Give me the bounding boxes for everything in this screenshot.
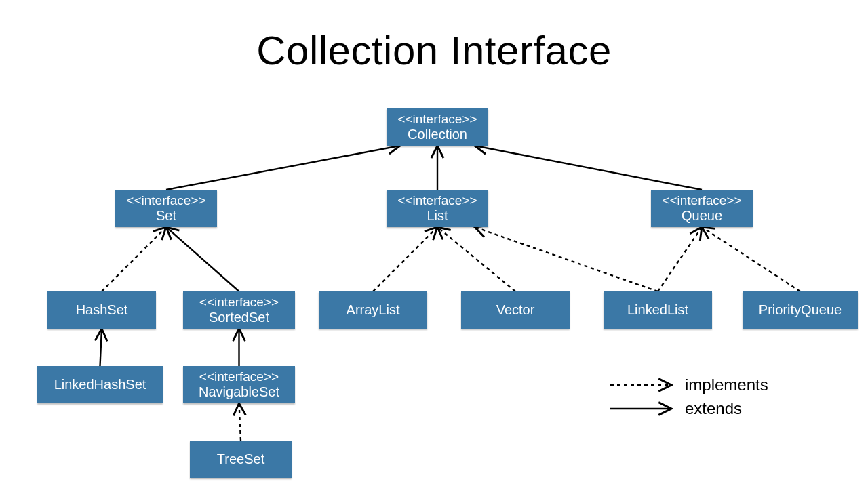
node-queue: <<interface>>Queue xyxy=(651,190,753,227)
node-label: Vector xyxy=(496,302,535,318)
edge-priorityqueue-queue xyxy=(702,227,800,291)
edge-linkedlist-list xyxy=(475,227,658,291)
node-label: SortedSet xyxy=(209,310,269,325)
node-vector: Vector xyxy=(461,291,570,329)
legend-extends: extends xyxy=(685,399,742,418)
node-list: <<interface>>List xyxy=(387,190,488,227)
stereotype-label: <<interface>> xyxy=(397,193,477,208)
stereotype-label: <<interface>> xyxy=(397,112,477,127)
diagram-title: Collection Interface xyxy=(0,27,868,74)
node-label: Queue xyxy=(682,208,722,224)
edge-treeset-navigableset xyxy=(239,403,241,441)
node-collection: <<interface>>Collection xyxy=(387,108,488,146)
edge-arraylist-list xyxy=(373,227,437,291)
node-label: TreeSet xyxy=(217,451,264,467)
stereotype-label: <<interface>> xyxy=(199,369,279,384)
node-label: Set xyxy=(156,208,176,224)
node-label: PriorityQueue xyxy=(759,302,842,318)
stereotype-label: <<interface>> xyxy=(126,193,205,208)
stereotype-label: <<interface>> xyxy=(199,295,279,310)
node-arraylist: ArrayList xyxy=(319,291,427,329)
node-priorityqueue: PriorityQueue xyxy=(743,291,858,329)
legend-implements: implements xyxy=(685,375,768,394)
node-label: LinkedHashSet xyxy=(54,377,146,392)
edge-queue-collection xyxy=(475,146,702,190)
node-label: LinkedList xyxy=(627,302,688,318)
node-hashset: HashSet xyxy=(47,291,156,329)
node-label: NavigableSet xyxy=(199,384,279,400)
node-navigableset: <<interface>>NavigableSet xyxy=(183,366,295,403)
node-sortedset: <<interface>>SortedSet xyxy=(183,291,295,329)
edge-sortedset-set xyxy=(166,227,239,291)
stereotype-label: <<interface>> xyxy=(662,193,741,208)
node-label: List xyxy=(427,208,448,224)
node-linkedlist: LinkedList xyxy=(604,291,712,329)
node-treeset: TreeSet xyxy=(190,441,292,478)
node-label: HashSet xyxy=(76,302,128,318)
node-label: ArrayList xyxy=(347,302,400,318)
edge-vector-list xyxy=(437,227,515,291)
node-label: Collection xyxy=(408,127,467,142)
edge-linkedhashset-hashset xyxy=(100,329,102,366)
node-linkedhashset: LinkedHashSet xyxy=(37,366,163,403)
edge-linkedlist-queue xyxy=(658,227,702,291)
edge-set-collection xyxy=(166,146,400,190)
node-set: <<interface>>Set xyxy=(115,190,217,227)
edge-hashset-set xyxy=(102,227,166,291)
